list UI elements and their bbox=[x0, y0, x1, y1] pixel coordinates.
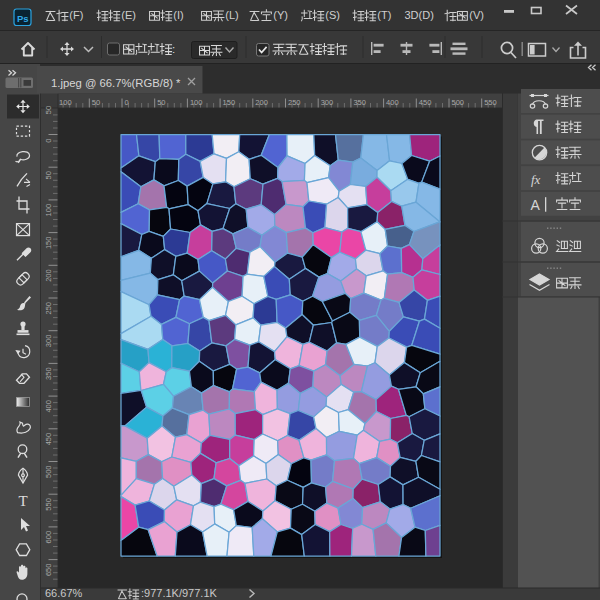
svg-text:350: 350 bbox=[44, 367, 53, 380]
svg-text:350: 350 bbox=[353, 98, 366, 107]
svg-text:100: 100 bbox=[59, 98, 72, 107]
svg-text:400: 400 bbox=[44, 400, 53, 413]
svg-text:0: 0 bbox=[44, 139, 53, 143]
svg-text:550: 550 bbox=[484, 98, 497, 107]
svg-text:450: 450 bbox=[44, 433, 53, 446]
svg-text:50: 50 bbox=[92, 98, 100, 107]
svg-text:(L): (L) bbox=[225, 9, 238, 21]
svg-text:250: 250 bbox=[44, 302, 53, 315]
svg-text:(Y): (Y) bbox=[273, 9, 288, 21]
svg-text:(I): (I) bbox=[173, 9, 183, 21]
svg-text:250: 250 bbox=[288, 98, 301, 107]
svg-text:50: 50 bbox=[44, 106, 53, 114]
svg-text:150: 150 bbox=[223, 98, 236, 107]
svg-text:66.67%: 66.67% bbox=[45, 587, 83, 599]
svg-text:200: 200 bbox=[255, 98, 268, 107]
svg-text:50: 50 bbox=[44, 171, 53, 179]
svg-text:(V): (V) bbox=[469, 9, 484, 21]
svg-text:400: 400 bbox=[386, 98, 399, 107]
svg-text:T: T bbox=[18, 493, 27, 509]
svg-text:50: 50 bbox=[157, 98, 165, 107]
svg-text:650: 650 bbox=[44, 564, 53, 577]
svg-text:0: 0 bbox=[125, 98, 129, 107]
svg-text:450: 450 bbox=[419, 98, 432, 107]
svg-text:fx: fx bbox=[531, 172, 541, 187]
svg-text:500: 500 bbox=[452, 98, 465, 107]
svg-text::: : bbox=[172, 43, 175, 55]
svg-text:550: 550 bbox=[44, 498, 53, 511]
svg-text:(S): (S) bbox=[325, 9, 340, 21]
svg-text:600: 600 bbox=[44, 531, 53, 544]
svg-text:1.jpeg @ 66.7%(RGB/8) *: 1.jpeg @ 66.7%(RGB/8) * bbox=[51, 77, 181, 89]
svg-text:300: 300 bbox=[44, 335, 53, 348]
svg-text:A: A bbox=[531, 197, 541, 213]
svg-text:100: 100 bbox=[44, 204, 53, 217]
svg-text:300: 300 bbox=[321, 98, 334, 107]
svg-text::977.1K/977.1K: :977.1K/977.1K bbox=[141, 587, 218, 599]
svg-text:(T): (T) bbox=[377, 9, 391, 21]
svg-text:(F): (F) bbox=[69, 9, 83, 21]
svg-text:(E): (E) bbox=[121, 9, 136, 21]
svg-text:3D(D): 3D(D) bbox=[405, 9, 434, 21]
svg-text:150: 150 bbox=[44, 237, 53, 250]
svg-text:500: 500 bbox=[44, 466, 53, 479]
svg-text:200: 200 bbox=[44, 269, 53, 282]
svg-text:Ps: Ps bbox=[17, 13, 29, 24]
svg-text:100: 100 bbox=[190, 98, 203, 107]
